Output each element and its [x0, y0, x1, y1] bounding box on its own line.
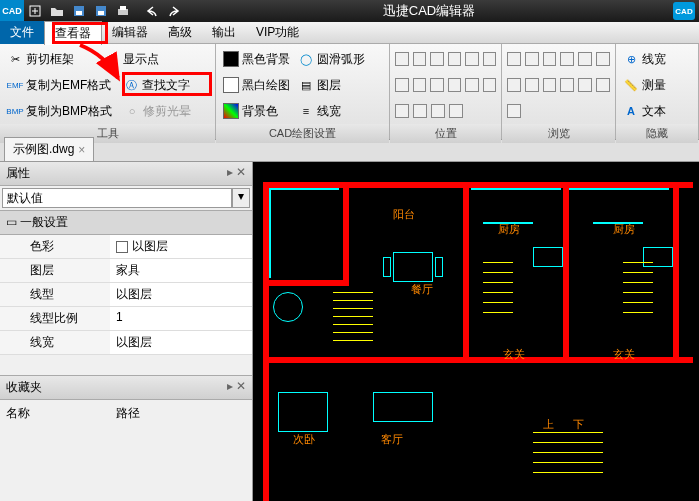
ribbon-group-position: 位置: [390, 44, 502, 139]
pos-icon-5[interactable]: [465, 52, 479, 66]
saveas-icon[interactable]: [91, 1, 111, 21]
undo-icon[interactable]: [142, 1, 162, 21]
props-row: 线型以图层: [0, 283, 252, 307]
drawing-canvas[interactable]: 阳台 厨房 厨房 餐厅 客厅 次卧 玄关 玄关 上 下: [253, 162, 699, 501]
measure-icon: 📏: [623, 77, 639, 93]
bw-draw-button[interactable]: 黑白绘图: [220, 75, 293, 96]
app-title: 迅捷CAD编辑器: [185, 2, 673, 20]
smooth-arc-button[interactable]: ◯圆滑弧形: [295, 49, 368, 70]
clip-frame-button[interactable]: ✂剪切框架: [4, 49, 77, 70]
workspace: 属性▸ ✕ ▾ ▭ 一般设置 色彩以图层 图层家具 线型以图层 线型比例1 线宽…: [0, 162, 699, 501]
pos-icon-10[interactable]: [448, 78, 462, 92]
tab-filename: 示例图.dwg: [13, 141, 74, 158]
bgcolor-icon: [223, 103, 239, 119]
properties-panel: 属性▸ ✕ ▾ ▭ 一般设置 色彩以图层 图层家具 线型以图层 线型比例1 线宽…: [0, 162, 253, 501]
menu-file[interactable]: 文件: [0, 21, 44, 44]
br-icon-10[interactable]: [560, 78, 574, 92]
emf-icon: EMF: [7, 77, 23, 93]
menu-advanced[interactable]: 高级: [158, 21, 202, 44]
pos-icon-1[interactable]: [395, 52, 409, 66]
default-value-combo[interactable]: [2, 188, 232, 208]
ribbon-group-browse: 浏览: [502, 44, 616, 139]
pos-icon-13[interactable]: [395, 104, 409, 118]
br-icon-5[interactable]: [578, 52, 592, 66]
br-icon-3[interactable]: [543, 52, 557, 66]
checkbox-icon[interactable]: [116, 241, 128, 253]
pos-icon-4[interactable]: [448, 52, 462, 66]
black-bg-button[interactable]: 黑色背景: [220, 49, 293, 70]
pos-icon-7[interactable]: [395, 78, 409, 92]
panel-controls[interactable]: ▸ ✕: [227, 165, 246, 182]
tab-close-icon[interactable]: ×: [78, 143, 85, 157]
menu-vip[interactable]: VIP功能: [246, 21, 309, 44]
pos-icon-2[interactable]: [413, 52, 427, 66]
pos-icon-11[interactable]: [465, 78, 479, 92]
hide-linewidth-button[interactable]: ⊕线宽: [620, 49, 669, 70]
br-icon-7[interactable]: [507, 78, 521, 92]
document-tab[interactable]: 示例图.dwg ×: [4, 137, 94, 161]
ribbon-group-cad-settings: 黑色背景 ◯圆滑弧形 黑白绘图 ▤图层 背景色 ≡线宽 CAD绘图设置: [216, 44, 390, 139]
br-icon-2[interactable]: [525, 52, 539, 66]
br-icon-1[interactable]: [507, 52, 521, 66]
document-tabs: 示例图.dwg ×: [0, 140, 699, 162]
linewidth-icon: ≡: [298, 103, 314, 119]
pos-icon-12[interactable]: [483, 78, 497, 92]
props-row: 线型比例1: [0, 307, 252, 331]
svg-rect-6: [98, 11, 104, 15]
br-icon-8[interactable]: [525, 78, 539, 92]
props-row: 线宽以图层: [0, 331, 252, 355]
save-icon[interactable]: [69, 1, 89, 21]
svg-rect-8: [120, 6, 126, 10]
open-icon[interactable]: [47, 1, 67, 21]
pos-icon-8[interactable]: [413, 78, 427, 92]
repair-halo-button: ○修剪光晕: [121, 101, 194, 122]
bg-color-button[interactable]: 背景色: [220, 101, 281, 122]
favorites-header: 名称 路径: [0, 400, 252, 427]
fav-col-name: 名称: [0, 403, 110, 424]
scissors-icon: ✂: [7, 51, 23, 67]
pos-icon-3[interactable]: [430, 52, 444, 66]
room-label: 次卧: [293, 432, 315, 447]
combo-dropdown-icon[interactable]: ▾: [232, 188, 250, 208]
pos-icon-6[interactable]: [483, 52, 497, 66]
pos-icon-15[interactable]: [431, 104, 445, 118]
copy-bmp-button[interactable]: BMP复制为BMP格式: [4, 101, 115, 122]
layer-button[interactable]: ▤图层: [295, 75, 344, 96]
room-label: 下: [573, 417, 584, 432]
br-icon-11[interactable]: [578, 78, 592, 92]
fav-col-path: 路径: [110, 403, 146, 424]
room-label: 客厅: [381, 432, 403, 447]
props-grid: 色彩以图层 图层家具 线型以图层 线型比例1 线宽以图层: [0, 235, 252, 355]
menu-output[interactable]: 输出: [202, 21, 246, 44]
panel-controls[interactable]: ▸ ✕: [227, 379, 246, 396]
layer-icon: ▤: [298, 77, 314, 93]
br-icon-9[interactable]: [543, 78, 557, 92]
new-icon[interactable]: [25, 1, 45, 21]
cad-badge-icon[interactable]: CAD: [673, 2, 695, 20]
group-label-browse: 浏览: [502, 124, 615, 143]
pos-icon-14[interactable]: [413, 104, 427, 118]
br-icon-13[interactable]: [507, 104, 521, 118]
highlight-find-text: [122, 72, 212, 96]
app-icon: CAD: [0, 0, 24, 22]
print-icon[interactable]: [113, 1, 133, 21]
blackbg-icon: [223, 51, 239, 67]
hide-measure-button[interactable]: 📏测量: [620, 75, 669, 96]
properties-title: 属性▸ ✕: [0, 162, 252, 186]
room-label: 玄关: [613, 347, 635, 362]
room-label: 厨房: [498, 222, 520, 237]
arc-icon: ◯: [298, 51, 314, 67]
svg-rect-4: [76, 11, 82, 15]
linewidth-button[interactable]: ≡线宽: [295, 101, 344, 122]
pos-icon-9[interactable]: [430, 78, 444, 92]
br-icon-12[interactable]: [596, 78, 610, 92]
br-icon-4[interactable]: [560, 52, 574, 66]
pos-icon-16[interactable]: [449, 104, 463, 118]
room-label: 阳台: [393, 207, 415, 222]
props-section-header[interactable]: ▭ 一般设置: [0, 210, 252, 235]
br-icon-6[interactable]: [596, 52, 610, 66]
halo-icon: ○: [124, 103, 140, 119]
ribbon-group-hide: ⊕线宽 📏测量 A文本 隐藏: [616, 44, 699, 139]
hide-text-button[interactable]: A文本: [620, 101, 669, 122]
redo-icon[interactable]: [164, 1, 184, 21]
